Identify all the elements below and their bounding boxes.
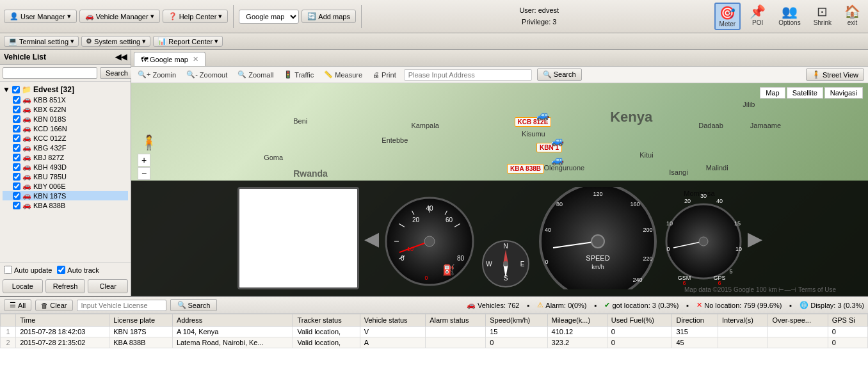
shrink-btn[interactable]: ⊡ Shrink (810, 3, 835, 30)
tree-group-edvest: ▼ 📁 Edvest [32] 🚗 KBB 851X � (3, 85, 128, 210)
nav-right-arrow[interactable]: ▶ (748, 227, 762, 250)
zoom-out-btn[interactable]: − (138, 167, 150, 180)
meter-icon: 🎯 (719, 5, 735, 20)
map-city-malindi: Malindi (706, 164, 728, 172)
add-maps-btn[interactable]: 🔄 Add maps (301, 10, 356, 23)
col-interval: Interval(s) (718, 314, 768, 327)
vehicle-cb-11[interactable] (13, 202, 20, 209)
sidebar-search-btn[interactable]: Search (100, 67, 134, 79)
vehicle-item-11[interactable]: 🚗 KBA 838B (3, 200, 128, 210)
car-icon-8: 🚗 (22, 172, 31, 181)
vehicle-cb-8[interactable] (13, 173, 20, 181)
street-view-btn[interactable]: 🧍 Street View (806, 69, 864, 81)
vehicle-cb-4[interactable] (13, 134, 20, 142)
table-row[interactable]: 1 2015-07-28 18:42:03 KBN 187S A 104, Ke… (1, 327, 868, 337)
cell-interval (718, 327, 768, 337)
collapse-icon[interactable]: ◀◀ (115, 53, 127, 61)
bottom-clear-btn[interactable]: 🗑 Clear (35, 300, 72, 311)
table-row[interactable]: 2 2015-07-28 21:35:02 KBA 838B Latema Ro… (1, 337, 868, 348)
close-tab-icon[interactable]: ✕ (193, 55, 198, 63)
auto-update-label[interactable]: Auto update (4, 266, 52, 274)
refresh-btn[interactable]: Refresh (45, 279, 86, 293)
traffic-btn[interactable]: 🚦 Traffic (281, 69, 316, 80)
vehicle-item-5[interactable]: 🚗 KBG 432F (3, 143, 128, 152)
vehicle-search-btn[interactable]: 🔍 Search (170, 299, 218, 311)
exit-btn[interactable]: 🏠 exit (840, 3, 864, 30)
vehicle-item-0[interactable]: 🚗 KBB 851X (3, 95, 128, 104)
help-center-btn[interactable]: ❓ Help Center ▾ (163, 10, 229, 23)
poi-btn[interactable]: 📌 POI (746, 3, 769, 30)
data-table: Time License plate Address Tracker statu… (0, 314, 868, 388)
measure-btn[interactable]: 📏 Measure (321, 69, 365, 80)
terminal-setting-btn[interactable]: 💻 Terminal setting ▾ (4, 36, 79, 47)
tree-group-header[interactable]: ▼ 📁 Edvest [32] (3, 85, 128, 95)
group-checkbox[interactable] (12, 86, 20, 93)
map-city-kisumu: Kisumu (522, 130, 545, 138)
vehicle-item-10[interactable]: 🚗 KBN 187S (3, 191, 128, 200)
cell-address: Latema Road, Nairobi, Ke... (172, 337, 293, 348)
shrink-icon: ⊡ (817, 4, 828, 19)
map-type-satellite-btn[interactable]: Satellite (787, 87, 823, 99)
vehicle-icon-kba: 🚙 (551, 154, 564, 166)
col-fuel: Used Fuel(%) (607, 314, 672, 327)
svg-text:20: 20 (412, 216, 420, 223)
vehicle-item-6[interactable]: 🚗 KBJ 827Z (3, 152, 128, 162)
vehicle-cb-2[interactable] (13, 115, 20, 123)
map-view[interactable]: Map Satellite Navigasi + − 🧍 Kenya Rwand… (131, 83, 868, 296)
fuel-gauge-wrap: 0 20 40 60 80 10 0 ⛽ (382, 190, 478, 289)
col-speed: Speed(km/h) (486, 314, 547, 327)
vehicle-item-1[interactable]: 🚗 KBX 622N (3, 104, 128, 114)
vehicle-cb-6[interactable] (13, 154, 20, 161)
vehicle-cb-0[interactable] (13, 96, 20, 104)
vehicle-license-input[interactable] (77, 300, 166, 311)
vehicle-item-7[interactable]: 🚗 KBH 493D (3, 162, 128, 172)
user-manager-btn[interactable]: 👤 User Manager ▾ (4, 10, 77, 23)
locate-btn[interactable]: Locate (3, 279, 43, 293)
sidebar-search-input[interactable] (3, 67, 97, 79)
vehicle-cb-10[interactable] (13, 192, 20, 200)
vehicle-cb-5[interactable] (13, 144, 20, 152)
vehicle-item-8[interactable]: 🚗 KBU 785U (3, 172, 128, 181)
zoom-in-btn[interactable]: + (138, 154, 150, 166)
map-type-navigasi-btn[interactable]: Navigasi (824, 87, 863, 99)
vehicle-cb-9[interactable] (13, 182, 20, 190)
vehicle-cb-3[interactable] (13, 125, 20, 133)
report-center-btn[interactable]: 📊 Report Center ▾ (153, 36, 223, 47)
clear-btn[interactable]: Clear (88, 279, 128, 293)
map-city-entebbe: Entebbe (382, 136, 408, 144)
vehicle-item-4[interactable]: 🚗 KCC 012Z (3, 133, 128, 143)
print-btn[interactable]: 🖨 Print (370, 70, 399, 80)
nav-left-arrow[interactable]: ◀ (364, 227, 379, 250)
bottom-toolbar: ☰ All 🗑 Clear 🔍 Search 🚗 Vehicles: 762 ▪… (0, 297, 868, 314)
system-setting-btn[interactable]: ⚙ System setting ▾ (81, 36, 150, 47)
auto-track-cb[interactable] (57, 266, 65, 274)
map-search-btn[interactable]: 🔍 Search (537, 69, 582, 81)
meter-btn[interactable]: 🎯 Meter (714, 3, 741, 30)
address-input[interactable] (404, 69, 532, 81)
action-btns: Locate Refresh Clear (0, 277, 131, 296)
svg-text:0: 0 (424, 275, 428, 281)
map-type-map-btn[interactable]: Map (760, 87, 785, 99)
svg-point-9 (424, 236, 435, 247)
expand-icon: ▼ (3, 85, 10, 94)
vehicle-item-3[interactable]: 🚗 KCD 166N (3, 124, 128, 133)
zoomall-btn[interactable]: 🔍 Zoomall (235, 69, 276, 80)
vehicle-manager-btn[interactable]: 🚗 Vehicle Manager ▾ (79, 10, 160, 23)
car-icon-1: 🚗 (22, 105, 31, 113)
auto-update-cb[interactable] (4, 266, 12, 274)
tree-items: 🚗 KBB 851X 🚗 KBX 622N 🚗 KBN 018S (3, 95, 128, 210)
vehicle-cb-1[interactable] (13, 106, 20, 113)
vehicle-marker-kba838b: KBA 838B (507, 164, 544, 174)
vehicle-item-2[interactable]: 🚗 KBN 018S (3, 114, 128, 124)
google-map-tab[interactable]: 🗺 Google map ✕ (134, 52, 205, 66)
fuel-gauge: 0 20 40 60 80 10 0 ⛽ (382, 190, 478, 289)
auto-track-label[interactable]: Auto track (57, 266, 99, 274)
vehicle-item-9[interactable]: 🚗 KBY 006E (3, 181, 128, 191)
cell-gps: 0 (828, 327, 867, 337)
options-btn[interactable]: 👥 Options (775, 3, 804, 30)
map-type-select[interactable]: Google map (239, 10, 299, 24)
vehicle-cb-7[interactable] (13, 163, 20, 171)
zoomin-btn[interactable]: 🔍+ Zoomin (135, 69, 179, 80)
zoomout-btn[interactable]: 🔍- Zoomout (184, 69, 230, 80)
all-btn[interactable]: ☰ All (4, 299, 31, 311)
